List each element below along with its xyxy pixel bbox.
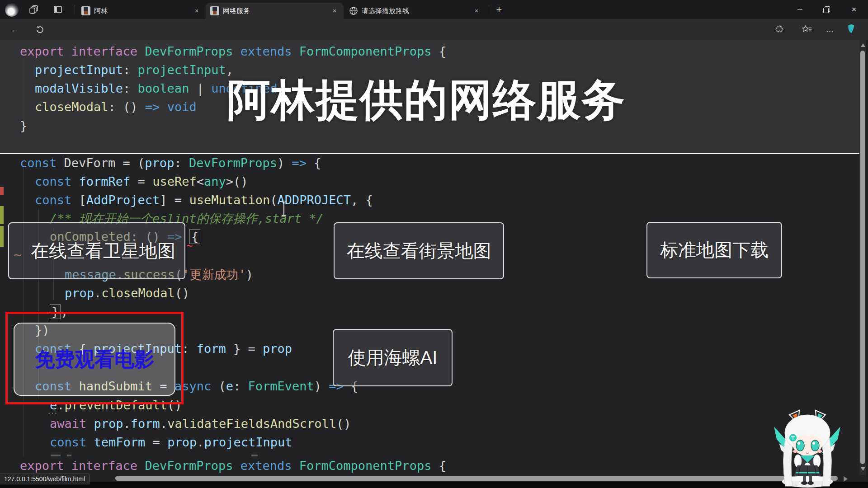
tab-network-services[interactable]: 网络服务 × — [206, 3, 344, 19]
scroll-right-arrow-icon[interactable] — [844, 476, 848, 482]
new-tab-button[interactable]: + — [492, 3, 506, 16]
plus-icon: + — [496, 4, 502, 15]
code-line: const formRef = useRef<any>() — [35, 172, 248, 191]
code-line: const [AddProject] = useMutation(ADDPROJ… — [35, 191, 373, 209]
close-icon[interactable]: × — [192, 6, 201, 15]
seam-mark — [67, 455, 71, 456]
satellite-map-label: 在线查看卫星地图 — [31, 239, 175, 263]
minimize-icon — [797, 9, 802, 10]
vertical-tabs-button[interactable] — [51, 3, 65, 16]
copilot-button[interactable] — [844, 23, 858, 36]
tab-select-route[interactable]: 请选择播放路线 × — [344, 3, 486, 19]
anime-mascot-image — [772, 409, 842, 488]
tab-separator — [75, 5, 75, 14]
bottom-strip — [0, 482, 868, 488]
gutter-green-mark — [0, 206, 4, 224]
scroll-down-arrow-icon[interactable] — [861, 467, 865, 471]
page-content: export interface DevFormProps extends Fo… — [0, 40, 868, 488]
free-movie-label: 免费观看电影 — [35, 346, 154, 373]
scroll-up-arrow-icon[interactable] — [861, 43, 865, 47]
tab-separator — [489, 5, 489, 14]
restore-button[interactable] — [816, 0, 836, 19]
restore-icon — [824, 7, 829, 12]
favorites-button[interactable] — [800, 23, 814, 36]
copilot-icon — [844, 23, 858, 36]
tab-strip: 阿林 × 网络服务 × 请选择播放路线 × + × — [0, 0, 868, 19]
indent-guide — [24, 58, 24, 121]
page-title: 阿林提供的网络服务 — [227, 71, 626, 130]
tab-alin[interactable]: 阿林 × — [77, 3, 206, 19]
refresh-icon — [35, 25, 44, 34]
star-lines-icon — [802, 24, 812, 34]
settings-menu-button[interactable]: … — [823, 23, 837, 36]
browser-window: 阿林 × 网络服务 × 请选择播放路线 × + × ← — [0, 0, 868, 488]
profile-avatar[interactable] — [5, 3, 19, 17]
text-cursor-icon — [280, 201, 288, 217]
globe-icon — [349, 6, 358, 15]
status-link-preview: 127.0.0.1:5500/web/film.html — [0, 474, 90, 484]
vertical-scrollbar-thumb[interactable] — [860, 51, 865, 464]
workspaces-button[interactable] — [27, 3, 41, 16]
window-right-edge — [866, 40, 868, 488]
street-map-button[interactable]: 在线查看街景地图 — [334, 222, 504, 279]
back-button[interactable]: ← — [8, 23, 22, 36]
seam-mark — [51, 455, 61, 456]
seam-mark — [251, 455, 258, 456]
code-line: projectInput: projectInput, — [35, 61, 233, 79]
close-window-button[interactable]: × — [844, 0, 864, 19]
hailuo-ai-button[interactable]: 使用海螺AI — [333, 329, 453, 386]
back-arrow-icon: ← — [10, 24, 19, 35]
satellite-map-button[interactable]: 在线查看卫星地图 — [8, 222, 185, 279]
ellipsis-icon: … — [826, 25, 835, 34]
standard-map-download-button[interactable]: 标准地图下载 — [646, 222, 782, 278]
gutter-green-mark — [0, 226, 4, 247]
code-line: const DevForm = (prop: DevFormProps) => … — [20, 154, 321, 172]
extensions-button[interactable] — [773, 23, 786, 36]
pixel-character-favicon — [81, 6, 90, 15]
street-map-label: 在线查看街景地图 — [347, 239, 491, 263]
puzzle-icon — [774, 24, 784, 34]
code-line: const temForm = prop.projectInput — [50, 433, 292, 451]
close-icon[interactable]: × — [472, 6, 481, 15]
code-line: await prop.form.validateFieldsAndScroll(… — [50, 414, 351, 433]
gutter-red-mark — [0, 187, 4, 195]
code-line: prop.closeModal() — [65, 284, 189, 302]
tab-title: 阿林 — [94, 7, 108, 15]
quick-fix-dots: ··· — [48, 409, 58, 418]
browser-toolbar: ← 127.0.0.1:5500/web/other.html — [0, 19, 868, 40]
code-line: } — [20, 117, 27, 135]
pixel-character-favicon — [210, 6, 219, 15]
close-icon[interactable]: × — [330, 6, 339, 15]
hailuo-ai-label: 使用海螺AI — [348, 345, 438, 370]
vertical-tabs-icon — [53, 5, 63, 14]
code-line: export interface DevFormProps extends Fo… — [20, 42, 446, 61]
free-movie-button[interactable]: 免费观看电影 — [14, 323, 175, 396]
tab-title: 网络服务 — [223, 7, 250, 15]
close-icon: × — [852, 5, 857, 14]
layers-icon — [29, 5, 39, 14]
refresh-button[interactable] — [33, 23, 47, 36]
standard-map-download-label: 标准地图下载 — [660, 238, 769, 263]
code-line: export interface DevFormProps extends Fo… — [20, 456, 446, 475]
code-line: closeModal: () => void — [35, 98, 197, 116]
tab-title: 请选择播放路线 — [362, 7, 409, 15]
minimize-button[interactable] — [789, 0, 810, 19]
horizontal-scrollbar-thumb[interactable] — [115, 476, 838, 481]
red-squiggle-mark: ~ — [186, 239, 193, 252]
